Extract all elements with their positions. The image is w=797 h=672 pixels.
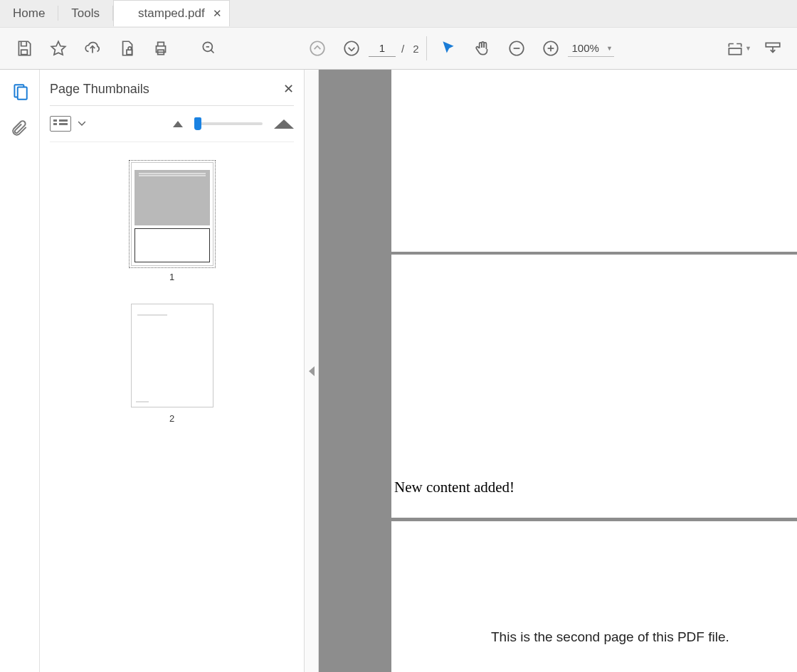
document-view[interactable]: New content added! This is the second pa… <box>319 70 797 672</box>
zoom-in-button[interactable] <box>534 27 568 70</box>
page-total-label: 2 <box>413 43 418 55</box>
thumb-size-small-icon[interactable] <box>173 121 183 127</box>
thumbnail-page-1[interactable] <box>131 162 213 266</box>
page1-added-text: New content added! <box>394 479 514 496</box>
chevron-down-icon: ▼ <box>606 45 613 52</box>
find-button[interactable] <box>192 27 226 70</box>
page-down-button[interactable] <box>334 27 369 70</box>
svg-rect-10 <box>766 43 780 46</box>
thumbnail-label: 2 <box>169 413 174 424</box>
hand-tool-button[interactable] <box>465 27 500 70</box>
pdf-page-1: New content added! <box>391 70 797 518</box>
read-mode-button[interactable] <box>756 27 790 70</box>
page-up-button[interactable] <box>300 27 334 70</box>
navigation-rail <box>0 70 40 672</box>
cloud-upload-button[interactable] <box>75 27 110 70</box>
svg-rect-12 <box>17 87 26 100</box>
chevron-down-icon[interactable]: ▼ <box>745 45 751 52</box>
svg-rect-9 <box>729 48 741 55</box>
chevron-down-icon[interactable] <box>78 121 85 127</box>
panel-title: Page Thumbnails <box>50 82 149 97</box>
attachments-panel-button[interactable] <box>11 119 29 138</box>
svg-point-6 <box>344 41 359 55</box>
panel-collapse-handle[interactable] <box>305 70 319 672</box>
thumbnail-size-slider[interactable] <box>194 122 263 125</box>
star-button[interactable] <box>41 27 75 70</box>
svg-rect-1 <box>127 50 132 55</box>
tab-home[interactable]: Home <box>0 0 58 26</box>
main-toolbar: / 2 100% ▼ ▼ <box>0 27 797 70</box>
page-number-input[interactable] <box>369 40 396 57</box>
close-panel-button[interactable]: ✕ <box>283 81 294 97</box>
svg-point-5 <box>310 41 324 55</box>
thumbnail-options-button[interactable] <box>50 116 71 132</box>
tab-document-title: stamped.pdf <box>138 6 205 21</box>
page-separator-label: / <box>401 43 404 55</box>
thumbnails-panel-button[interactable] <box>11 82 29 101</box>
zoom-select[interactable]: 100% ▼ <box>568 40 614 57</box>
thumbnail-page-2[interactable] <box>131 304 213 407</box>
page2-body-text: This is the second page of this PDF file… <box>491 629 729 645</box>
selection-tool-button[interactable] <box>431 27 465 70</box>
print-button[interactable] <box>144 27 178 70</box>
slider-knob[interactable] <box>194 117 201 130</box>
viewport-indicator[interactable] <box>134 228 210 262</box>
chevron-left-icon <box>309 366 315 376</box>
thumb-size-large-icon[interactable] <box>274 119 294 129</box>
close-tab-icon[interactable]: ✕ <box>213 7 222 20</box>
tab-document[interactable]: stamped.pdf ✕ <box>113 0 230 26</box>
protect-button[interactable] <box>110 27 144 70</box>
thumbnail-label: 1 <box>169 272 174 282</box>
zoom-value-label: 100% <box>572 42 599 54</box>
svg-rect-0 <box>21 50 28 55</box>
thumbnails-panel: Page Thumbnails ✕ 1 <box>40 70 305 672</box>
zoom-out-button[interactable] <box>500 27 534 70</box>
tab-tools[interactable]: Tools <box>58 0 112 26</box>
save-button[interactable] <box>7 27 41 70</box>
pdf-page-2: This is the second page of this PDF file… <box>391 521 797 672</box>
